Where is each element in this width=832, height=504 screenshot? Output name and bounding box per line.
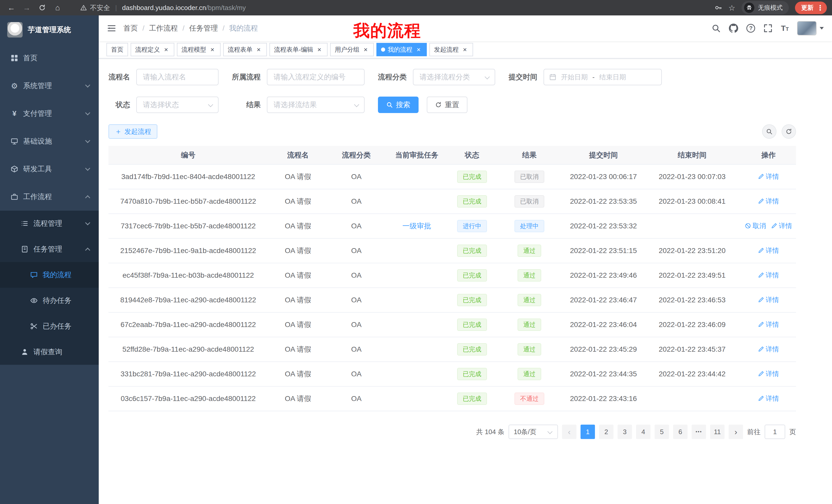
detail-link[interactable]: 详情 [771,221,792,230]
close-icon[interactable]: × [316,46,323,53]
process-name-input[interactable] [136,69,218,85]
sidebar-toggle-icon[interactable] [107,24,116,33]
reset-button[interactable]: 重置 [427,96,467,113]
result-tag: 处理中 [515,220,544,232]
sidebar-item-system[interactable]: ⚙ 系统管理 [0,72,99,100]
col-task: 当前审批任务 [385,146,449,164]
page-button-1[interactable]: 1 [580,425,595,439]
page-button-4[interactable]: 4 [636,425,650,439]
tab-process-form[interactable]: 流程表单× [223,43,267,56]
toggle-search-button[interactable] [762,124,777,139]
detail-link[interactable]: 详情 [758,345,779,354]
sidebar-item-process-management[interactable]: 流程管理 [0,211,99,236]
detail-link[interactable]: 详情 [758,369,779,379]
status-tag: 已完成 [457,195,487,207]
sidebar-item-infrastructure[interactable]: 基础设施 [0,128,99,155]
sidebar-item-payment[interactable]: ¥ 支付管理 [0,100,99,128]
close-icon[interactable]: × [415,46,422,53]
detail-link[interactable]: 详情 [758,320,779,329]
sidebar-item-workflow[interactable]: 工作流程 [0,183,99,211]
help-icon[interactable]: ? [746,24,755,33]
font-size-icon[interactable]: TT [781,24,789,33]
close-icon[interactable]: × [162,46,170,53]
process-category-select[interactable]: 请选择流程分类 [413,69,495,85]
table-row: 03c6c157-7b9a-11ec-a290-acde48001122 OA … [108,386,796,411]
page-button-6[interactable]: 6 [673,425,687,439]
sidebar-item-task-management[interactable]: 任务管理 [0,236,99,262]
result-select[interactable]: 请选择流结果 [267,96,365,113]
address-bar[interactable]: 不安全 | dashboard.yudao.iocoder.cn/bpm/tas… [80,3,246,12]
cancel-icon [745,223,751,229]
incognito-badge: 无痕模式 [742,1,789,15]
page-button-5[interactable]: 5 [655,425,669,439]
sidebar-item-my-process[interactable]: 我的流程 [0,262,99,288]
github-icon[interactable] [729,24,738,33]
collection-icon [21,245,29,253]
goto-page-input[interactable] [765,425,785,439]
search-button[interactable]: 搜索 [378,96,419,113]
detail-link[interactable]: 详情 [758,197,779,206]
prev-page-button[interactable]: ‹ [562,425,576,439]
sidebar-item-todo-tasks[interactable]: 待办任务 [0,288,99,313]
tab-home[interactable]: 首页 [106,43,128,56]
status-tag: 进行中 [457,220,487,232]
pagination-total: 共 104 条 [476,427,504,437]
sidebar-item-home[interactable]: 首页 [0,44,99,72]
detail-link[interactable]: 详情 [758,394,779,403]
detail-link[interactable]: 详情 [758,271,779,280]
search-icon[interactable] [711,24,721,33]
detail-link[interactable]: 详情 [758,296,779,304]
breadcrumb-home[interactable]: 首页 [123,23,138,33]
close-icon[interactable]: × [362,46,369,53]
tab-my-process[interactable]: 我的流程× [376,43,427,56]
end-date-placeholder: 结束日期 [599,73,626,82]
tab-process-form-edit[interactable]: 流程表单-编辑× [269,43,328,56]
approval-task-link[interactable]: 一级审批 [402,222,431,230]
initiate-process-button[interactable]: ＋ 发起流程 [108,124,157,139]
edit-icon [758,247,764,254]
page-button-2[interactable]: 2 [599,425,614,439]
home-icon[interactable]: ⌂ [51,2,64,14]
close-icon[interactable]: × [255,46,262,53]
page-size-select[interactable]: 10条/页 [509,425,558,439]
tab-user-group[interactable]: 用户分组× [330,43,374,56]
table-toolbar: ＋ 发起流程 [108,124,796,139]
status-tag: 已完成 [457,294,487,306]
next-page-button[interactable]: › [729,425,743,439]
more-pages-button[interactable]: ••• [692,425,706,439]
app-logo[interactable]: 芋道管理系统 [0,16,99,44]
status-select[interactable]: 请选择状态 [136,96,218,113]
submit-time-range-picker[interactable]: 开始日期 - 结束日期 [544,69,662,85]
bookmark-star-icon[interactable]: ☆ [728,3,735,12]
security-warning[interactable]: 不安全 [80,3,110,12]
tab-initiate-process[interactable]: 发起流程× [430,43,473,56]
back-icon[interactable]: ← [5,2,18,14]
refresh-table-button[interactable] [782,124,796,139]
page-button-11[interactable]: 11 [710,425,725,439]
process-definition-input[interactable] [267,69,365,85]
sidebar-item-leave-query[interactable]: 请假查询 [0,339,99,365]
forward-icon[interactable]: → [21,2,33,14]
fullscreen-icon[interactable] [763,24,773,33]
detail-link[interactable]: 详情 [758,246,779,255]
browser-update-button[interactable]: 更新 ⋮ [795,2,827,14]
key-icon[interactable] [714,4,722,11]
browser-menu-icon[interactable]: ⋮ [816,4,824,12]
list-icon [21,220,29,227]
reload-icon[interactable] [36,2,48,14]
tab-process-model[interactable]: 流程模型× [177,43,220,56]
breadcrumb-workflow[interactable]: 工作流程 [149,23,178,33]
close-icon[interactable]: × [209,46,216,53]
breadcrumb-task-management[interactable]: 任务管理 [189,23,218,33]
cancel-link[interactable]: 取消 [745,221,766,230]
chat-icon [30,271,38,279]
close-icon[interactable]: × [461,46,468,53]
page-button-3[interactable]: 3 [618,425,632,439]
sidebar-item-done-tasks[interactable]: 已办任务 [0,313,99,339]
chevron-down-icon [85,110,90,115]
chevron-down-icon [547,429,552,434]
tab-process-definition[interactable]: 流程定义× [131,43,174,56]
user-menu[interactable] [797,21,824,35]
detail-link[interactable]: 详情 [758,172,779,181]
sidebar-item-devtools[interactable]: 研发工具 [0,155,99,183]
